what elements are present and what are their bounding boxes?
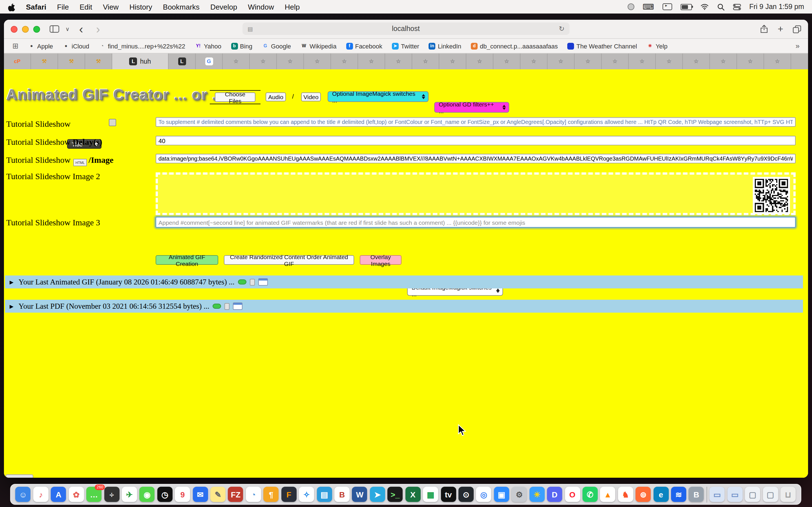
- title-color-mini-input[interactable]: [109, 119, 116, 126]
- dock-app-icon[interactable]: X: [405, 487, 420, 502]
- overlay-images-button[interactable]: Overlay Images: [360, 255, 402, 265]
- menu-bar-clock[interactable]: Fri 9 Jan 1:59 pm: [749, 3, 804, 11]
- minimize-window-button[interactable]: [22, 25, 29, 33]
- dock-app-icon[interactable]: D: [547, 487, 562, 502]
- browser-tab[interactable]: ☆: [602, 54, 629, 69]
- image-data-uri-input[interactable]: [156, 154, 796, 163]
- favorites-overflow-chevron[interactable]: »: [796, 42, 800, 50]
- browser-tab[interactable]: ☆: [385, 54, 412, 69]
- favorite-item[interactable]: ◔ find_minus....rep+%22s%22: [99, 43, 185, 49]
- dock-app-icon[interactable]: ◷: [157, 487, 172, 502]
- browser-tab[interactable]: ☆: [737, 54, 764, 69]
- dock-app-icon[interactable]: ☺: [15, 487, 31, 502]
- browser-tab[interactable]: ☆: [629, 54, 656, 69]
- favorite-item[interactable]: d db_connect.p...aaasaaafaas: [471, 43, 558, 49]
- dock-app-icon[interactable]: ☀: [529, 487, 545, 502]
- favorite-item[interactable]: b Bing: [231, 43, 252, 49]
- delay-input[interactable]: [156, 136, 796, 145]
- menu-item[interactable]: Develop: [210, 3, 237, 11]
- dock-app-icon[interactable]: ♪: [33, 487, 49, 502]
- fullscreen-window-button[interactable]: [33, 25, 40, 33]
- gd-filters-select[interactable]: Optional GD filters++ ...: [434, 102, 509, 113]
- browser-tab[interactable]: ☆: [574, 54, 602, 69]
- active-tab[interactable]: L huh: [112, 54, 168, 69]
- last-animated-gif-bar[interactable]: ▶ Your Last Animated GIF (January 08 202…: [5, 276, 803, 288]
- dock-app-icon[interactable]: O: [565, 487, 580, 502]
- reload-icon[interactable]: ↻: [559, 25, 564, 33]
- randomized-gif-button[interactable]: Create Randomized Content Order Animated…: [224, 255, 354, 265]
- favorite-item[interactable]: ● Apple: [28, 43, 53, 49]
- keyboard-icon[interactable]: ⌨: [643, 3, 654, 11]
- dock-app-icon[interactable]: ✆: [582, 487, 598, 502]
- document-window-icon[interactable]: [233, 302, 243, 310]
- favorite-item[interactable]: G Google: [262, 43, 291, 49]
- video-button[interactable]: Video: [301, 93, 321, 101]
- browser-tab[interactable]: ☆: [304, 54, 331, 69]
- last-pdf-bar[interactable]: ▶ Your Last PDF (November 03 2021 06:14:…: [5, 300, 803, 313]
- menu-item[interactable]: Bookmarks: [163, 3, 200, 11]
- dock-app-icon[interactable]: ✧: [299, 487, 314, 502]
- favorite-item[interactable]: in LinkedIn: [429, 43, 461, 49]
- menu-item[interactable]: Edit: [80, 3, 92, 11]
- dock-app-icon[interactable]: ▤: [317, 487, 332, 502]
- back-button[interactable]: ‹: [79, 23, 83, 35]
- page-format-icon[interactable]: ▤: [248, 25, 253, 32]
- browser-tab[interactable]: ☆: [493, 54, 520, 69]
- dock-app-icon[interactable]: F: [282, 487, 297, 502]
- audio-button[interactable]: Audio: [266, 93, 286, 101]
- close-window-button[interactable]: [11, 25, 17, 33]
- dock-shelf-icon[interactable]: ▭: [710, 487, 725, 502]
- favorites-grid-icon[interactable]: ⊞: [12, 42, 18, 50]
- dock-app-icon[interactable]: A: [51, 487, 66, 502]
- document-window-icon[interactable]: [258, 278, 268, 286]
- address-bar[interactable]: ▤ localhost ↻: [243, 22, 569, 35]
- dock-app-icon[interactable]: ▲: [600, 487, 615, 502]
- dock-app-icon[interactable]: ✿: [68, 487, 84, 502]
- menu-item[interactable]: View: [103, 3, 119, 11]
- image3-watermark-input[interactable]: [156, 217, 796, 228]
- spotlight-search-icon[interactable]: [717, 3, 724, 10]
- browser-tab[interactable]: ⚒: [31, 54, 58, 69]
- dock-app-icon[interactable]: ⊚: [636, 487, 651, 502]
- browser-tab[interactable]: ☆: [656, 54, 683, 69]
- dock-app-icon[interactable]: ✈: [122, 487, 137, 502]
- share-icon[interactable]: [760, 25, 768, 33]
- dock-app-icon[interactable]: ≋: [671, 487, 686, 502]
- dock-app-icon[interactable]: ➤: [370, 487, 385, 502]
- imagemagick-switches-select[interactable]: Optional ImageMagick switches ...: [327, 91, 428, 102]
- browser-tab[interactable]: ☆: [412, 54, 439, 69]
- title-config-input[interactable]: [156, 117, 796, 127]
- tab-overview-icon[interactable]: [793, 25, 801, 33]
- dock-app-icon[interactable]: ▦: [423, 487, 438, 502]
- gif-preview-pill-icon[interactable]: [238, 279, 246, 284]
- dock-app-icon[interactable]: W: [352, 487, 367, 502]
- favorite-item[interactable]: ➤ Twitter: [392, 43, 419, 49]
- favorite-item[interactable]: f Facebook: [346, 43, 382, 49]
- browser-tab[interactable]: ☆: [520, 54, 548, 69]
- dock-app-icon[interactable]: B: [335, 487, 350, 502]
- dock-app-icon[interactable]: B: [689, 487, 704, 502]
- page-zoom-indicator[interactable]: 100% ▼: [6, 474, 33, 478]
- dock-shelf-icon[interactable]: ▢: [745, 487, 760, 502]
- dock-app-icon[interactable]: tv: [441, 487, 456, 502]
- menu-item[interactable]: History: [130, 3, 152, 11]
- dock-app-icon[interactable]: … 260: [86, 487, 101, 502]
- control-center-icon[interactable]: [733, 4, 741, 10]
- browser-tab[interactable]: ☆: [250, 54, 277, 69]
- browser-tab[interactable]: ⚒: [85, 54, 112, 69]
- status-badge-icon[interactable]: [627, 3, 634, 10]
- forward-button[interactable]: ›: [96, 23, 100, 35]
- dock-app-icon[interactable]: FZ: [228, 487, 243, 502]
- new-tab-button[interactable]: +: [777, 24, 783, 34]
- menu-item[interactable]: Safari: [26, 3, 46, 11]
- screen-mirroring-icon[interactable]: [662, 3, 672, 10]
- wifi-icon[interactable]: [700, 3, 709, 10]
- pdf-preview-pill-icon[interactable]: [213, 304, 221, 309]
- browser-tab[interactable]: ☆: [277, 54, 304, 69]
- browser-tab[interactable]: ☆: [358, 54, 385, 69]
- favorite-item[interactable]: ✳ Yelp: [647, 43, 667, 49]
- browser-tab[interactable]: ☆: [439, 54, 466, 69]
- image2-drop-zone[interactable]: [156, 172, 796, 215]
- browser-tab[interactable]: G: [196, 54, 223, 69]
- apple-logo-icon[interactable]: [8, 3, 15, 11]
